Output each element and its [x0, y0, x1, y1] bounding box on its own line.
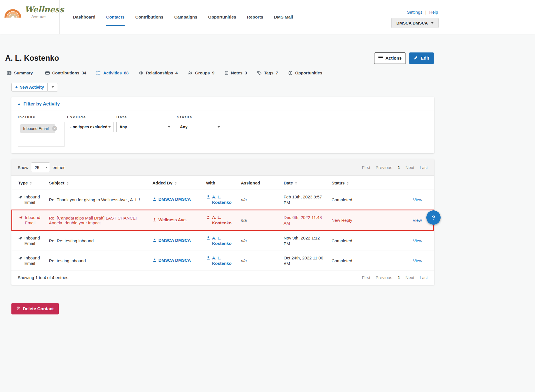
sort-icon: [295, 182, 297, 185]
pagination-bottom: First Previous 1 Next Last: [362, 275, 428, 280]
view-link[interactable]: View: [413, 218, 422, 223]
tab-notes[interactable]: Notes 3: [224, 71, 247, 75]
tab-opportunities[interactable]: Opportunities: [288, 71, 325, 75]
with-contact-link[interactable]: A. L. Kostenko: [206, 255, 235, 266]
tab-count: 34: [82, 71, 86, 75]
delete-contact-button[interactable]: Delete Contact: [11, 303, 59, 314]
edit-button[interactable]: Edit: [409, 52, 434, 64]
help-link[interactable]: Help: [429, 10, 438, 15]
help-fab-button[interactable]: ?: [426, 210, 441, 225]
column-header-type[interactable]: Type: [12, 176, 46, 190]
tab-groups[interactable]: Groups 9: [188, 71, 214, 75]
app-header: Wellness Avenue Dashboard Contacts Contr…: [0, 0, 535, 34]
filter-title: Filter by Activity: [23, 101, 60, 107]
activities-table: Type Subject Added By With Assigned: [11, 176, 434, 271]
new-activity-button[interactable]: + New Activity: [11, 83, 48, 92]
tab-tags[interactable]: Tags 7: [257, 71, 278, 75]
column-header-status[interactable]: Status: [329, 176, 380, 190]
added-by-link[interactable]: DMSCA DMSCA: [153, 258, 200, 264]
pagination-first[interactable]: First: [362, 165, 370, 170]
tab-activities[interactable]: Activities 88: [96, 71, 129, 75]
contact-page: A. L. Kostenko Actions Edit: [0, 52, 535, 314]
chevron-down-icon: [168, 126, 170, 128]
with-contact-link[interactable]: A. L. Kostenko: [206, 235, 235, 246]
person-icon: [206, 255, 210, 261]
column-header-subject[interactable]: Subject: [46, 176, 150, 190]
pagination-first[interactable]: First: [362, 275, 370, 280]
brand-subname: Avenue: [31, 14, 64, 19]
tab-count: 3: [245, 71, 247, 75]
tab-label: Contributions: [52, 71, 79, 75]
tab-relationships[interactable]: Relationships 4: [139, 71, 178, 75]
activity-subject: Re: testing inbound: [46, 251, 150, 271]
with-contact-link[interactable]: A. L. Kostenko: [206, 215, 235, 226]
activity-type: Inbound Email: [25, 235, 43, 246]
status-value: Any: [180, 125, 216, 129]
nav-item-dms-mail[interactable]: DMS Mail: [274, 12, 293, 22]
activity-date: Feb 13th, 2023 8:57 PM: [284, 194, 326, 205]
tab-label: Notes: [231, 71, 242, 75]
new-activity-dropdown-toggle[interactable]: [48, 83, 58, 92]
column-header-date[interactable]: Date: [281, 176, 329, 190]
view-link[interactable]: View: [413, 197, 422, 202]
send-icon: [18, 235, 23, 242]
view-link[interactable]: View: [413, 238, 422, 243]
pagination-next[interactable]: Next: [406, 275, 414, 280]
tab-count: 4: [175, 71, 178, 75]
date-label: Date: [116, 115, 174, 119]
tab-count: 9: [212, 71, 214, 75]
actions-button[interactable]: Actions: [374, 52, 406, 64]
added-by-link[interactable]: DMSCA DMSCA: [153, 238, 200, 244]
sort-icon: [30, 182, 32, 185]
nav-item-campaigns[interactable]: Campaigns: [174, 12, 197, 22]
pagination-current-page[interactable]: 1: [398, 275, 400, 280]
with-contact-link[interactable]: A. L. Kostenko: [206, 194, 235, 205]
date-input[interactable]: Any: [116, 122, 164, 132]
tab-count: 88: [124, 71, 129, 75]
pagination-next[interactable]: Next: [406, 165, 414, 170]
chevron-down-icon: [52, 86, 54, 88]
remove-chip-icon[interactable]: ×: [52, 126, 57, 131]
pagination-current-page[interactable]: 1: [398, 165, 400, 170]
pagination-previous[interactable]: Previous: [376, 165, 392, 170]
pagination-last[interactable]: Last: [420, 275, 428, 280]
nav-item-contributions[interactable]: Contributions: [135, 12, 163, 22]
nav-item-contacts[interactable]: Contacts: [106, 12, 124, 22]
tab-label: Activities: [103, 71, 121, 75]
pagination-previous[interactable]: Previous: [376, 275, 392, 280]
activities-table-card: Show 25 entries First Previous 1 Next La…: [11, 159, 434, 285]
tab-contributions[interactable]: Contributions 34: [45, 71, 86, 75]
include-chip-label: Inbound Email: [23, 126, 49, 131]
nav-item-opportunities[interactable]: Opportunities: [208, 12, 236, 22]
include-multiselect[interactable]: Inbound Email ×: [18, 122, 64, 147]
assigned-value: n/a: [241, 218, 247, 223]
nav-item-reports[interactable]: Reports: [247, 12, 263, 22]
column-header-added-by[interactable]: Added By: [150, 176, 203, 190]
activity-date: Oct 24th, 2022 11:00 AM: [284, 255, 326, 266]
status-select[interactable]: Any: [177, 122, 223, 132]
nav-item-dashboard[interactable]: Dashboard: [73, 12, 95, 22]
exclude-select[interactable]: - no types excluded -: [67, 122, 114, 132]
new-activity-split-button: + New Activity: [11, 83, 535, 92]
main-nav: Dashboard Contacts Contributions Campaig…: [73, 0, 293, 34]
filter-panel-toggle[interactable]: Filter by Activity: [11, 97, 434, 111]
added-by-link[interactable]: DMSCA DMSCA: [153, 197, 200, 203]
bullseye-icon: [288, 71, 293, 75]
pagination-last[interactable]: Last: [420, 165, 428, 170]
added-by-link[interactable]: Wellness Ave.: [153, 217, 200, 223]
entries-summary: Showing 1 to 4 of 4 entries: [18, 275, 68, 280]
date-value: Any: [119, 125, 161, 129]
send-icon: [18, 194, 23, 201]
tab-summary[interactable]: Summary: [7, 71, 35, 75]
settings-link[interactable]: Settings: [407, 10, 422, 15]
account-menu-button[interactable]: DMSCA DMSCA: [391, 18, 439, 28]
tab-label: Relationships: [146, 71, 173, 75]
date-dropdown-toggle[interactable]: [164, 122, 174, 132]
activity-type: Inbound Email: [25, 215, 43, 226]
assigned-value: n/a: [241, 197, 247, 202]
include-chip: Inbound Email ×: [20, 124, 55, 133]
view-link[interactable]: View: [413, 258, 422, 263]
page-size-select[interactable]: 25: [31, 163, 50, 172]
hamburger-icon: [378, 56, 383, 61]
filter-panel: Filter by Activity Include Inbound Email…: [11, 97, 434, 153]
